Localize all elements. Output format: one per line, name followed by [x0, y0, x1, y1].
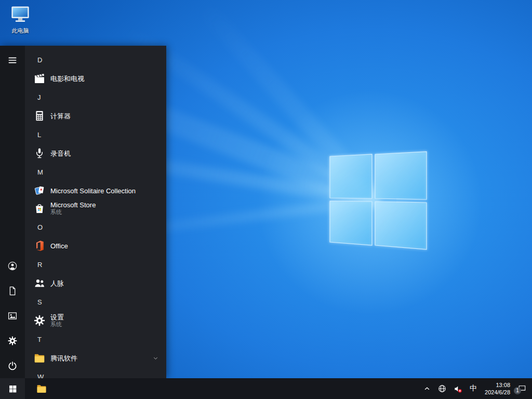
taskbar: 中 13:08 2024/6/28 1: [0, 378, 532, 399]
start-app-list: D电影和电视J计算器L录音机MMicrosoft Solitaire Colle…: [25, 46, 166, 378]
app-name: 人脉: [50, 280, 159, 287]
start-section-header[interactable]: S: [25, 292, 166, 312]
start-section-header[interactable]: D: [25, 50, 166, 70]
settings-icon: [33, 314, 46, 327]
start-app-item[interactable]: 人脉: [25, 274, 166, 292]
hamburger-icon: [7, 55, 18, 65]
start-section-header[interactable]: R: [25, 255, 166, 274]
start-section-header[interactable]: T: [25, 329, 166, 349]
start-app-item[interactable]: Microsoft Store系统: [25, 200, 166, 217]
file-explorer-icon: [36, 383, 47, 394]
store-icon: [33, 202, 46, 215]
start-rail-top: [0, 46, 25, 73]
action-center-button[interactable]: 1: [514, 378, 530, 399]
office-icon: [33, 240, 46, 252]
start-menu: D电影和电视J计算器L录音机MMicrosoft Solitaire Colle…: [0, 46, 166, 378]
start-app-item[interactable]: Microsoft Solitaire Collection: [25, 182, 166, 200]
rail-power-button[interactable]: [0, 353, 25, 378]
file-explorer-button[interactable]: [29, 378, 54, 399]
start-section-header[interactable]: M: [25, 162, 166, 182]
app-text: 计算器: [50, 112, 159, 120]
solitaire-icon: [33, 184, 46, 197]
start-section-header[interactable]: O: [25, 217, 166, 237]
rail-settings-button[interactable]: [0, 328, 25, 353]
chevron-down-icon[interactable]: [152, 355, 159, 362]
app-text: Microsoft Store系统: [50, 201, 159, 216]
start-rail-bottom: [0, 254, 25, 378]
ime-indicator[interactable]: 中: [466, 378, 481, 399]
start-app-item[interactable]: 计算器: [25, 107, 166, 125]
windows-start-icon: [8, 384, 17, 393]
app-text: 人脉: [50, 280, 159, 287]
app-name: 录音机: [50, 150, 159, 157]
user-icon: [7, 261, 18, 271]
start-section-header[interactable]: L: [25, 125, 166, 144]
start-app-item[interactable]: 腾讯软件: [25, 349, 166, 367]
pictures-icon: [7, 311, 18, 321]
app-text: 录音机: [50, 150, 159, 157]
notification-badge: 1: [514, 387, 521, 394]
app-subtitle: 系统: [50, 209, 159, 216]
clock-date: 2024/6/28: [485, 389, 510, 396]
speaker-muted-icon: [454, 384, 462, 393]
windows-logo-wallpaper: [326, 148, 431, 252]
document-icon: [7, 286, 18, 296]
start-section-header[interactable]: J: [25, 87, 166, 107]
app-name: Microsoft Solitaire Collection: [50, 187, 159, 195]
desktop-icon-label: 此电脑: [12, 27, 29, 35]
rail-user-button[interactable]: [0, 254, 25, 278]
movies-tv-icon: [33, 72, 46, 85]
app-text: 腾讯软件: [50, 354, 152, 362]
voice-recorder-icon: [33, 147, 46, 159]
volume-muted-button[interactable]: [450, 378, 466, 399]
app-subtitle: 系统: [50, 321, 159, 328]
rail-menu-button[interactable]: [0, 48, 25, 73]
start-app-item[interactable]: Office: [25, 237, 166, 255]
start-rail: [0, 46, 25, 378]
power-icon: [7, 361, 18, 371]
start-button[interactable]: [0, 378, 25, 399]
app-name: 腾讯软件: [50, 354, 152, 362]
app-name: 设置: [50, 313, 159, 321]
folder-icon: [33, 352, 46, 364]
this-pc-icon: [10, 5, 31, 25]
start-section-header[interactable]: W: [25, 367, 166, 378]
app-name: 电影和电视: [50, 75, 159, 83]
start-app-item[interactable]: 录音机: [25, 144, 166, 162]
chevron-up-icon: [423, 385, 431, 392]
network-button[interactable]: [434, 378, 450, 399]
taskbar-clock[interactable]: 13:08 2024/6/28: [481, 378, 514, 399]
rail-pictures-button[interactable]: [0, 303, 25, 328]
app-text: Office: [50, 242, 159, 250]
clock-time: 13:08: [496, 381, 510, 389]
app-text: Microsoft Solitaire Collection: [50, 187, 159, 195]
people-icon: [33, 277, 46, 289]
app-text: 设置系统: [50, 313, 159, 328]
rail-documents-button[interactable]: [0, 278, 25, 303]
calculator-icon: [33, 110, 46, 122]
start-app-item[interactable]: 设置系统: [25, 312, 166, 329]
start-app-item[interactable]: 电影和电视: [25, 70, 166, 87]
app-name: Microsoft Store: [50, 201, 159, 209]
desktop-icon-this-pc[interactable]: 此电脑: [5, 5, 35, 35]
globe-network-icon: [438, 384, 446, 393]
app-text: 电影和电视: [50, 75, 159, 83]
system-tray: 中 13:08 2024/6/28 1: [420, 378, 532, 399]
gear-icon: [7, 336, 18, 346]
app-name: Office: [50, 242, 159, 250]
tray-chevron-up-button[interactable]: [420, 378, 434, 399]
app-name: 计算器: [50, 112, 159, 120]
